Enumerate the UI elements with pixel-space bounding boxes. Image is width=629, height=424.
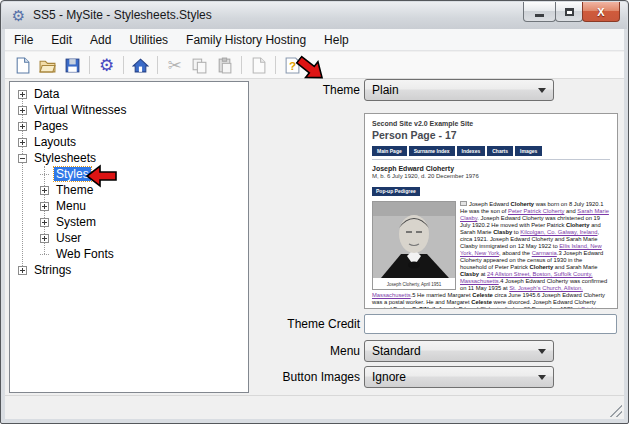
preview-text: Clasby	[460, 271, 479, 277]
tree-connector-stub	[40, 174, 49, 175]
new-document-button[interactable]	[10, 54, 35, 77]
toolbar-separator	[241, 56, 242, 74]
menu-file[interactable]: File	[5, 30, 42, 50]
preview-text: Clasby	[493, 229, 512, 235]
tree-item-label[interactable]: Layouts	[32, 135, 78, 149]
maximize-button[interactable]	[555, 2, 583, 22]
expand-plus-icon[interactable]	[18, 138, 27, 147]
blank-page-button[interactable]	[246, 54, 271, 77]
preview-body: Joseph Cloherty, April 1951 Joseph Edwar…	[372, 201, 610, 309]
tree-item-label[interactable]: Data	[32, 87, 61, 101]
title-bar[interactable]: ⚙ SS5 - MySite - Stylesheets.Styles X	[2, 2, 627, 29]
tree-item-styles[interactable]: Styles	[40, 166, 248, 182]
settings-gear-icon: ⚙	[99, 57, 114, 74]
preview-nav-images: Images	[515, 146, 542, 156]
preview-text: Celeste	[472, 292, 493, 298]
new-document-icon	[14, 57, 31, 74]
blank-page-icon	[250, 57, 267, 74]
preview-portrait-photo: Joseph Cloherty, April 1951	[372, 201, 456, 290]
tree-item-stylesheets[interactable]: Stylesheets	[18, 150, 248, 166]
tree-item-label[interactable]: User	[54, 231, 83, 245]
tree-item-menu[interactable]: Menu	[40, 198, 248, 214]
preview-text: and Sarah Marie	[553, 264, 597, 270]
collapse-minus-icon[interactable]	[18, 154, 27, 163]
chevron-down-icon	[538, 349, 546, 354]
save-button[interactable]	[60, 54, 85, 77]
paste-button[interactable]	[212, 54, 237, 77]
window-controls: X	[524, 2, 620, 22]
button-images-select[interactable]: Ignore	[364, 366, 554, 388]
expand-plus-icon[interactable]	[18, 106, 27, 115]
preview-text: and	[564, 208, 577, 214]
expand-plus-icon[interactable]	[40, 234, 49, 243]
expand-plus-icon[interactable]	[40, 186, 49, 195]
toolbar-separator	[157, 56, 158, 74]
toolbar-separator	[123, 56, 124, 74]
tree-item-theme[interactable]: Theme	[40, 182, 248, 198]
close-button[interactable]: X	[582, 2, 620, 22]
expand-plus-icon[interactable]	[18, 266, 27, 275]
minimize-button[interactable]	[523, 2, 556, 22]
copy-button[interactable]	[187, 54, 212, 77]
expand-plus-icon[interactable]	[18, 122, 27, 131]
expand-plus-icon[interactable]	[40, 218, 49, 227]
menu-utilities[interactable]: Utilities	[120, 30, 177, 50]
theme-credit-input[interactable]	[364, 314, 617, 334]
tree-item-pages[interactable]: Pages	[18, 118, 248, 134]
tree-item-web-fonts[interactable]: Web Fonts	[40, 246, 248, 262]
annotation-arrow-styles	[85, 164, 117, 188]
resize-grip[interactable]	[609, 404, 622, 417]
app-gear-icon[interactable]: ⚙	[10, 7, 27, 24]
open-folder-icon	[39, 57, 56, 74]
theme-select[interactable]: Plain	[364, 79, 554, 101]
open-folder-button[interactable]	[35, 54, 60, 77]
application-screenshot: ⚙ SS5 - MySite - Stylesheets.Styles X Fi…	[0, 0, 629, 424]
menu-edit[interactable]: Edit	[42, 30, 81, 50]
cut-button[interactable]: ✂	[162, 54, 187, 77]
theme-credit-label: Theme Credit	[165, 317, 360, 331]
button-images-label: Button Images	[165, 370, 360, 384]
settings-button[interactable]: ⚙	[94, 54, 119, 77]
tree-item-label[interactable]: Virtual Witnesses	[32, 103, 128, 117]
menu-select[interactable]: Standard	[364, 340, 554, 362]
close-icon: X	[597, 6, 604, 18]
expand-plus-icon[interactable]	[40, 202, 49, 211]
preview-text: Cloherty	[511, 201, 535, 207]
preview-person-name: Joseph Edward Cloherty	[372, 165, 610, 172]
menu-select-value: Standard	[372, 344, 421, 358]
preview-person-vitals: M, b. 6 July 1920, d. 20 December 1976	[372, 173, 610, 179]
menu-family-history-hosting[interactable]: Family History Hosting	[177, 30, 315, 50]
tree-item-virtual-witnesses[interactable]: Virtual Witnesses	[18, 102, 248, 118]
menu-bar: File Edit Add Utilities Family History H…	[5, 29, 624, 51]
preview-link: Carmania	[532, 250, 557, 256]
theme-select-value: Plain	[372, 83, 399, 97]
tree-item-label[interactable]: Menu	[54, 199, 88, 213]
menu-add[interactable]: Add	[81, 30, 120, 50]
portrait-image	[373, 202, 455, 278]
paste-icon	[216, 57, 233, 74]
home-button[interactable]	[128, 54, 153, 77]
preview-nav-indexes: Indexes	[457, 146, 486, 156]
tree-item-label[interactable]: Strings	[32, 263, 73, 277]
tree-item-label[interactable]: Web Fonts	[54, 247, 116, 261]
tree-item-user[interactable]: User	[40, 230, 248, 246]
tree-item-label[interactable]: Pages	[32, 119, 70, 133]
preview-nav-bar: Main Page Surname Index Indexes Charts I…	[372, 146, 610, 160]
menu-help[interactable]: Help	[315, 30, 358, 50]
expand-plus-icon[interactable]	[18, 90, 27, 99]
tree-item-system[interactable]: System	[40, 214, 248, 230]
copy-icon	[191, 57, 208, 74]
tree-item-label[interactable]: Stylesheets	[32, 151, 98, 165]
preview-text: O'Neil	[419, 306, 436, 309]
tree-item-layouts[interactable]: Layouts	[18, 134, 248, 150]
preview-text: .5 He married Margaret	[411, 292, 473, 298]
button-images-select-value: Ignore	[372, 370, 406, 384]
preview-text: Cloherty	[530, 264, 554, 270]
preview-pedigree-button: Pop-up Pedigree	[372, 187, 420, 196]
window-title: SS5 - MySite - Stylesheets.Styles	[33, 8, 212, 22]
tree-item-label[interactable]: System	[54, 215, 98, 229]
preview-text: Celeste	[471, 299, 492, 305]
tree-item-strings[interactable]: Strings	[18, 262, 248, 278]
preview-nav-charts: Charts	[487, 146, 513, 156]
cut-icon: ✂	[167, 57, 181, 74]
